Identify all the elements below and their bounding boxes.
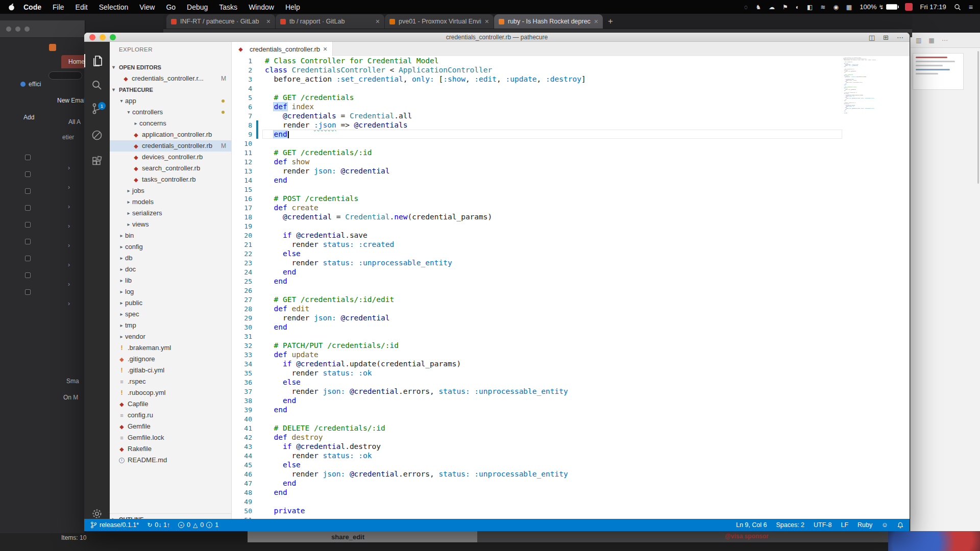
checkbox[interactable]	[25, 222, 31, 228]
outline-header[interactable]: ▸ OUTLINE	[110, 513, 231, 519]
menu-view[interactable]: View	[134, 3, 160, 11]
tree-item-db[interactable]: ▸db	[110, 253, 231, 264]
tree-item-.gitlab-ci.yml[interactable]: !.gitlab-ci.yml	[110, 365, 231, 376]
menubar-clock[interactable]: Fri 17:19	[920, 3, 946, 11]
left-window-search-field[interactable]	[48, 71, 82, 80]
tree-item-spec[interactable]: ▸spec	[110, 309, 231, 320]
tree-item-views[interactable]: ▸views	[110, 219, 231, 230]
battery-indicator[interactable]: 100% ↯	[860, 3, 897, 11]
circle-slash-icon[interactable]	[84, 129, 110, 142]
code-editor[interactable]: 1# Class Controller for Credential Model…	[232, 56, 910, 519]
split-editor-icon[interactable]: ◫	[869, 34, 875, 41]
open-editors-header[interactable]: ▾ OPEN EDITORS	[110, 62, 231, 73]
menu-window[interactable]: Window	[243, 3, 280, 11]
menu-file[interactable]: File	[47, 3, 70, 11]
menu-tasks[interactable]: Tasks	[213, 3, 243, 11]
tree-item-config[interactable]: ▸config	[110, 241, 231, 253]
browser-tab[interactable]: INF-RT / pathecure · GitLab×	[166, 14, 275, 29]
checkbox[interactable]	[25, 188, 31, 194]
minimize-window-button[interactable]	[100, 34, 106, 40]
checkbox[interactable]	[25, 155, 31, 160]
tree-item-vendor[interactable]: ▸vendor	[110, 331, 231, 342]
search-icon[interactable]	[84, 79, 110, 92]
tree-item-lib[interactable]: ▸lib	[110, 275, 231, 286]
menu-help[interactable]: Help	[280, 3, 306, 11]
tree-item-serializers[interactable]: ▸serializers	[110, 208, 231, 219]
browser-tab[interactable]: ruby - Is Hash Rocket deprecat×	[494, 14, 603, 29]
extensions-icon[interactable]	[84, 155, 110, 168]
menubar-status-icon-4[interactable]: ⚑	[782, 4, 788, 11]
browser-tab[interactable]: tb / rapport · GitLab×	[276, 14, 384, 29]
tab-close-icon[interactable]: ×	[376, 17, 380, 26]
tree-item-.gitignore[interactable]: ◆.gitignore	[110, 354, 231, 365]
spotlight-icon[interactable]	[954, 4, 961, 11]
checkbox[interactable]	[25, 256, 31, 261]
checkbox[interactable]	[25, 289, 31, 295]
tree-item-tmp[interactable]: ▸tmp	[110, 320, 231, 331]
more-icon[interactable]: ⋯	[942, 37, 948, 44]
tree-item-public[interactable]: ▸public	[110, 297, 231, 309]
tree-item-devices_controller.rb[interactable]: ◆devices_controller.rb	[110, 152, 231, 163]
tree-item-tasks_controller.rb[interactable]: ◆tasks_controller.rb	[110, 174, 231, 185]
chevron-right-icon[interactable]: ›	[68, 242, 70, 249]
columns-icon[interactable]: ▥	[916, 37, 921, 44]
chevron-right-icon[interactable]: ›	[68, 281, 70, 288]
checkbox[interactable]	[25, 272, 31, 278]
eol-sequence[interactable]: LF	[841, 521, 848, 529]
close-window-button[interactable]	[89, 34, 95, 40]
tree-item-Gemfile[interactable]: ◆Gemfile	[110, 421, 231, 432]
tree-item-controllers[interactable]: ▾controllers	[110, 107, 231, 118]
new-email-button[interactable]: New Email	[57, 97, 86, 104]
layout-icon[interactable]: ⊞	[883, 34, 889, 41]
add-button[interactable]: Add	[23, 114, 34, 121]
chevron-right-icon[interactable]: ›	[68, 164, 70, 171]
editor-tab[interactable]: ◆ credentials_controller.rb ×	[232, 42, 333, 56]
password-manager-icon[interactable]	[905, 3, 913, 11]
menubar-status-icon-1[interactable]: ◌	[744, 4, 748, 11]
encoding[interactable]: UTF-8	[814, 521, 831, 529]
zoom-window-button[interactable]	[110, 34, 116, 40]
tree-item-.brakeman.yml[interactable]: !.brakeman.yml	[110, 342, 231, 354]
grid-icon[interactable]: ▦	[928, 37, 934, 44]
tree-item-Gemfile.lock[interactable]: ≡Gemfile.lock	[110, 432, 231, 443]
right-window-scrollbar[interactable]	[977, 51, 979, 184]
tab-close-icon[interactable]: ×	[485, 17, 489, 26]
chevron-right-icon[interactable]: ›	[68, 203, 70, 210]
vscode-traffic-lights[interactable]	[89, 34, 116, 40]
menubar-status-icon-3[interactable]: ☁	[769, 4, 775, 11]
checkbox[interactable]	[25, 205, 31, 211]
feedback-smiley-icon[interactable]: ☺	[881, 521, 888, 529]
tree-item-credentials_controller.rb[interactable]: ◆credentials_controller.rbM	[110, 140, 231, 152]
tree-item-.rspec[interactable]: ≡.rspec	[110, 376, 231, 387]
menubar-status-icon-9[interactable]: ▦	[846, 4, 852, 11]
sync-indicator[interactable]: ↻ 0↓ 1↑	[147, 521, 170, 529]
tab-close-icon[interactable]: ×	[323, 45, 327, 53]
menubar-status-icon-2[interactable]: ♞	[755, 4, 761, 11]
checkbox[interactable]	[25, 239, 31, 244]
left-window-chevrons[interactable]: ››››››››	[68, 164, 70, 319]
tab-close-icon[interactable]: ×	[594, 17, 598, 26]
bell-icon[interactable]	[897, 522, 903, 529]
chevron-right-icon[interactable]: ›	[68, 184, 70, 191]
apple-menu-icon[interactable]	[8, 3, 15, 11]
more-actions-icon[interactable]: ⋯	[897, 34, 903, 41]
checkbox[interactable]	[25, 171, 31, 177]
indentation[interactable]: Spaces: 2	[776, 521, 804, 529]
menu-selection[interactable]: Selection	[93, 3, 134, 11]
menubar-status-icon-7[interactable]: ≋	[820, 4, 825, 11]
explorer-icon[interactable]	[84, 54, 110, 67]
menu-edit[interactable]: Edit	[70, 3, 93, 11]
menubar-status-icon-5[interactable]: ◐	[796, 4, 799, 11]
tree-item-doc[interactable]: ▸doc	[110, 264, 231, 275]
tree-item-bin[interactable]: ▸bin	[110, 230, 231, 241]
language-mode[interactable]: Ruby	[857, 521, 872, 529]
project-header[interactable]: ▾ PATHECURE	[110, 84, 231, 95]
chevron-right-icon[interactable]: ›	[68, 300, 70, 307]
menubar-status-icon-6[interactable]: ◧	[807, 4, 813, 11]
open-editor-item[interactable]: ◆credentials_controller.r...M	[110, 73, 231, 84]
tree-item-jobs[interactable]: ▸jobs	[110, 185, 231, 196]
chevron-right-icon[interactable]: ›	[68, 222, 70, 230]
tree-item-Capfile[interactable]: ◆Capfile	[110, 398, 231, 410]
notification-center-icon[interactable]: ≡	[969, 3, 973, 11]
tree-item-.rubocop.yml[interactable]: !.rubocop.yml	[110, 387, 231, 398]
